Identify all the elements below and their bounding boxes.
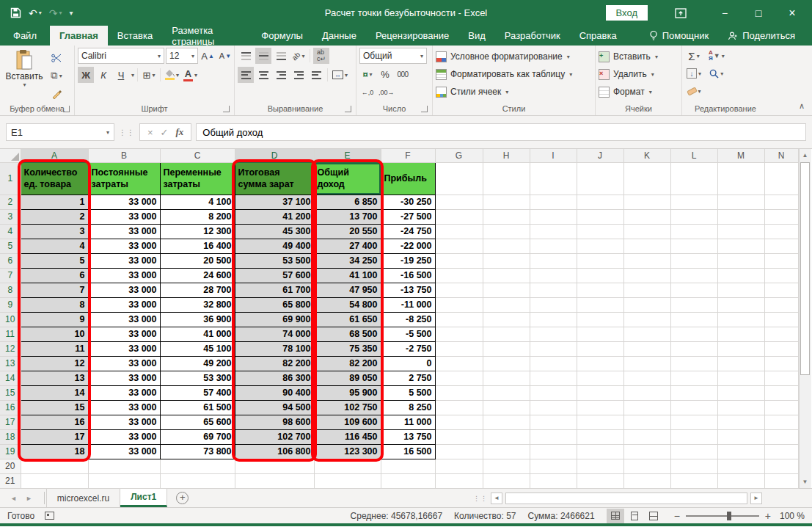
cell[interactable] — [435, 371, 483, 385]
cell[interactable] — [717, 195, 764, 209]
cell[interactable] — [435, 195, 483, 209]
cell[interactable] — [483, 297, 530, 312]
cell[interactable]: 102 750 — [314, 400, 381, 415]
cell[interactable]: 6 850 — [314, 195, 381, 209]
scroll-up-icon[interactable]: ▲ — [800, 149, 811, 161]
zoom-slider-thumb[interactable] — [727, 512, 731, 520]
cell[interactable] — [530, 356, 577, 371]
wrap-text-button[interactable]: abc↵ — [313, 48, 329, 64]
cell[interactable] — [670, 385, 717, 400]
cell[interactable] — [670, 400, 717, 415]
cell[interactable] — [235, 459, 314, 473]
bold-button[interactable]: Ж — [78, 67, 94, 83]
cell[interactable] — [764, 195, 798, 209]
cell[interactable]: 33 000 — [88, 283, 160, 297]
cell[interactable]: 41 000 — [160, 327, 235, 341]
column-header-G[interactable]: G — [435, 149, 483, 162]
cell[interactable] — [764, 312, 798, 327]
cell[interactable] — [577, 415, 623, 429]
page-layout-view-button[interactable] — [626, 509, 643, 523]
cell[interactable] — [530, 195, 577, 209]
vertical-scroll-thumb[interactable] — [800, 162, 810, 375]
cell[interactable] — [160, 459, 235, 473]
cell[interactable]: 74 000 — [235, 327, 314, 341]
cell[interactable] — [623, 209, 670, 224]
insert-function-icon[interactable]: fx — [176, 126, 184, 138]
cell[interactable]: 69 900 — [235, 312, 314, 327]
cell[interactable] — [483, 385, 530, 400]
cell[interactable]: -27 500 — [381, 209, 435, 224]
cell[interactable]: 20 550 — [314, 224, 381, 239]
cell[interactable] — [623, 195, 670, 209]
cell[interactable] — [764, 429, 798, 444]
cell[interactable]: 86 300 — [235, 371, 314, 385]
tab-home[interactable]: Главная — [50, 26, 108, 46]
cell[interactable]: 13 — [21, 371, 88, 385]
cell[interactable] — [530, 162, 577, 195]
cell[interactable] — [623, 239, 670, 253]
cell[interactable]: 34 250 — [314, 253, 381, 268]
cell[interactable] — [577, 341, 623, 356]
conditional-formatting-button[interactable]: Условное форматирование▾ — [436, 48, 570, 65]
cell[interactable]: 61 700 — [235, 283, 314, 297]
cell[interactable] — [530, 327, 577, 341]
select-all-corner[interactable] — [0, 149, 21, 162]
cell[interactable] — [530, 312, 577, 327]
row-header-6[interactable]: 6 — [0, 253, 21, 268]
cell[interactable] — [435, 444, 483, 459]
cell[interactable] — [670, 341, 717, 356]
cell[interactable]: 8 — [21, 297, 88, 312]
cell[interactable] — [577, 459, 623, 473]
cell[interactable] — [764, 356, 798, 371]
cell[interactable] — [577, 371, 623, 385]
cell[interactable]: 0 — [381, 356, 435, 371]
cell[interactable] — [717, 283, 764, 297]
header-cell-D1[interactable]: Итоговая сумма зарат — [235, 162, 314, 195]
cell[interactable]: 78 100 — [235, 341, 314, 356]
cell[interactable] — [623, 224, 670, 239]
cell[interactable]: 33 000 — [88, 297, 160, 312]
number-dialog-launcher[interactable] — [421, 106, 428, 112]
cell[interactable] — [435, 253, 483, 268]
sheet-tab-microexcel[interactable]: microexcel.ru — [46, 489, 120, 507]
undo-button[interactable]: ↶▾ — [29, 7, 42, 19]
cell[interactable] — [623, 415, 670, 429]
cell[interactable] — [623, 283, 670, 297]
cell[interactable] — [435, 239, 483, 253]
cell[interactable] — [623, 444, 670, 459]
cell[interactable] — [717, 239, 764, 253]
cell[interactable]: 33 000 — [88, 268, 160, 283]
cell[interactable] — [577, 312, 623, 327]
cell[interactable] — [483, 239, 530, 253]
cell[interactable]: 18 — [21, 444, 88, 459]
cell[interactable]: 75 350 — [314, 341, 381, 356]
cell[interactable] — [764, 444, 798, 459]
cell[interactable] — [483, 312, 530, 327]
cell[interactable]: 33 000 — [88, 444, 160, 459]
cell[interactable]: 33 000 — [88, 415, 160, 429]
cell[interactable]: 13 700 — [314, 209, 381, 224]
column-header-A[interactable]: A — [21, 149, 88, 162]
cell[interactable] — [717, 327, 764, 341]
cell[interactable]: 24 600 — [160, 268, 235, 283]
row-header-21[interactable]: 21 — [0, 473, 21, 488]
row-header-10[interactable]: 10 — [0, 312, 21, 327]
cell[interactable] — [483, 473, 530, 488]
cell[interactable] — [717, 253, 764, 268]
cell[interactable]: 54 800 — [314, 297, 381, 312]
comma-style-button[interactable]: 000 — [395, 66, 411, 82]
cell[interactable] — [670, 239, 717, 253]
row-header-15[interactable]: 15 — [0, 385, 21, 400]
decrease-indent-icon[interactable] — [290, 67, 307, 83]
cell[interactable] — [435, 224, 483, 239]
font-color-button[interactable]: А▾ — [182, 67, 199, 83]
cell[interactable] — [21, 473, 88, 488]
cell[interactable]: 82 200 — [235, 356, 314, 371]
cell[interactable] — [670, 356, 717, 371]
align-left-icon[interactable] — [238, 67, 254, 83]
cell[interactable]: 33 000 — [88, 371, 160, 385]
namebox-resize-handle[interactable]: ⋮⋮ — [119, 128, 135, 137]
align-top-icon[interactable] — [238, 48, 254, 64]
align-bottom-icon[interactable] — [273, 48, 289, 64]
row-header-4[interactable]: 4 — [0, 224, 21, 239]
